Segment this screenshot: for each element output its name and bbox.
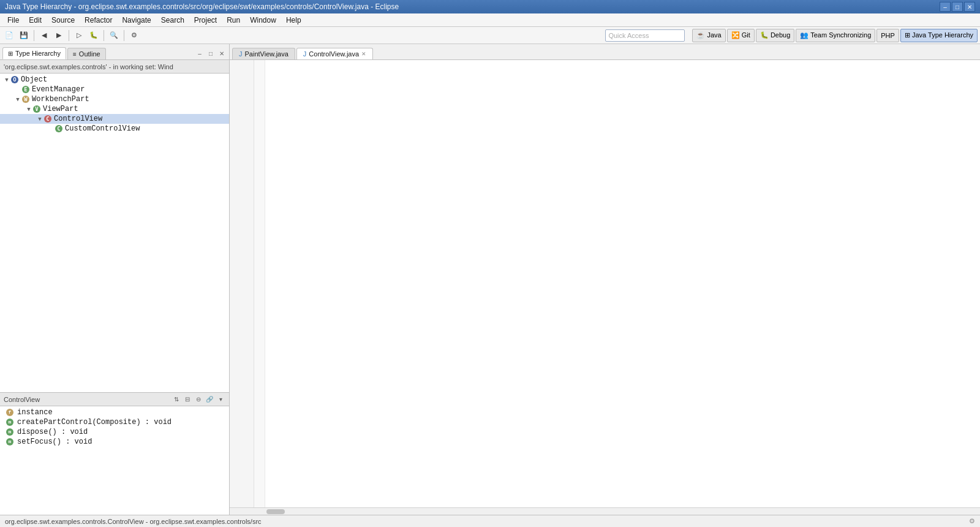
tree-label-object: Object — [21, 75, 47, 84]
menu-file[interactable]: File — [2, 15, 24, 26]
outline-item-dispose[interactable]: m dispose() : void — [0, 427, 229, 437]
viewpart-class-icon: V — [33, 105, 40, 113]
menu-refactor[interactable]: Refactor — [80, 15, 117, 26]
status-text: org.eclipse.swt.examples.controls.Contro… — [5, 518, 262, 525]
outline-tree: f instance m createPartControl(Composite… — [0, 406, 229, 515]
outline-item-instance[interactable]: f instance — [0, 408, 229, 417]
tree-item-controlview[interactable]: ▼ C ControlView — [0, 114, 229, 124]
tab-paintview[interactable]: J PaintView.java — [232, 48, 295, 59]
tree-label-viewpart: ViewPart — [43, 105, 78, 113]
menu-navigate[interactable]: Navigate — [117, 15, 156, 26]
tab-outline-label: Outline — [79, 50, 100, 58]
editor-panel: J PaintView.java J ControlView.java ✕ — [230, 44, 980, 515]
outline-actions: ⇅ ⊟ ⊖ 🔗 ▾ — [172, 395, 225, 404]
fold-gutter — [254, 60, 265, 507]
code-editor[interactable] — [230, 60, 980, 507]
setfocus-method-icon: m — [6, 438, 13, 445]
close-button[interactable]: ✕ — [964, 2, 975, 12]
tab-outline[interactable]: ≡ Outline — [67, 48, 106, 59]
tab-close-icon[interactable]: ✕ — [361, 51, 366, 57]
maximize-button[interactable]: □ — [952, 2, 963, 12]
menu-search[interactable]: Search — [156, 15, 189, 26]
build-button[interactable]: ⚙ — [127, 29, 141, 42]
object-class-icon: O — [11, 76, 18, 83]
toolbar-separator-1 — [34, 30, 34, 41]
outline-label-createpart: createPartControl(Composite) : void — [17, 418, 172, 427]
outline-link-btn[interactable]: 🔗 — [205, 395, 214, 404]
new-button[interactable]: 📄 — [2, 29, 16, 42]
menu-run[interactable]: Run — [222, 15, 245, 26]
eventmanager-class-icon: E — [22, 86, 29, 93]
tree-area: ▼ O Object E EventManager ▼ W WorkbenchP — [0, 74, 229, 392]
tree-toggle-object[interactable]: ▼ — [2, 77, 11, 83]
controlview-tab-label: ControlView.java — [309, 50, 359, 58]
outline-collapse-btn[interactable]: ⊖ — [194, 395, 203, 404]
run-button[interactable]: ▷ — [72, 29, 86, 42]
tree-label-eventmanager: EventManager — [32, 85, 85, 94]
save-button[interactable]: 💾 — [17, 29, 31, 42]
tab-type-hierarchy[interactable]: ⊞ Type Hierarchy — [2, 47, 66, 59]
close-panel-button[interactable]: ✕ — [217, 48, 227, 58]
scrollbar-thumb-h[interactable] — [266, 509, 285, 514]
createpart-method-icon: m — [6, 419, 13, 426]
left-panel: ⊞ Type Hierarchy ≡ Outline – □ ✕ 'org.ec… — [0, 44, 230, 515]
window-controls: – □ ✕ — [940, 2, 975, 12]
outline-menu-btn[interactable]: ▾ — [216, 395, 225, 404]
outline-label-setfocus: setFocus() : void — [17, 438, 92, 446]
outline-sort-btn[interactable]: ⇅ — [172, 395, 181, 404]
maximize-panel-button[interactable]: □ — [206, 48, 216, 58]
debug-button[interactable]: 🐛 — [87, 29, 100, 42]
outline-filter-btn[interactable]: ⊟ — [183, 395, 192, 404]
line-gutter — [230, 60, 254, 507]
outline-header: ControlView ⇅ ⊟ ⊖ 🔗 ▾ — [0, 393, 229, 406]
tree-toggle-controlview[interactable]: ▼ — [36, 116, 44, 122]
minimize-button[interactable]: – — [940, 2, 951, 12]
toolbar-separator-4 — [124, 30, 124, 41]
forward-button[interactable]: ▶ — [52, 29, 66, 42]
panel-actions: – □ ✕ — [195, 48, 227, 59]
menu-source[interactable]: Source — [47, 15, 80, 26]
quick-access-placeholder: Quick Access — [608, 32, 649, 39]
menu-window[interactable]: Window — [245, 15, 281, 26]
search-button[interactable]: 🔍 — [107, 29, 121, 42]
customcontrolview-class-icon: C — [55, 125, 62, 132]
perspective-php[interactable]: PHP — [876, 29, 899, 42]
tree-toggle-viewpart[interactable]: ▼ — [24, 106, 33, 112]
perspective-debug[interactable]: 🐛 Debug — [756, 29, 794, 42]
title-bar: Java Type Hierarchy - org.eclipse.swt.ex… — [0, 0, 980, 13]
perspective-team[interactable]: 👥 Team Synchronizing — [796, 29, 875, 42]
outline-tab-icon: ≡ — [73, 51, 77, 58]
paintview-tab-icon: J — [239, 50, 243, 58]
tree-item-customcontrolview[interactable]: C CustomControlView — [0, 124, 229, 134]
tree-toggle-workbenchpart[interactable]: ▼ — [13, 96, 22, 102]
perspective-type-hierarchy[interactable]: ⊞ Java Type Hierarchy — [900, 29, 978, 42]
outline-label-dispose: dispose() : void — [17, 428, 88, 436]
outline-item-createpart[interactable]: m createPartControl(Composite) : void — [0, 417, 229, 427]
minimize-panel-button[interactable]: – — [195, 48, 205, 58]
menu-edit[interactable]: Edit — [24, 15, 47, 26]
tab-controlview-editor[interactable]: J ControlView.java ✕ — [296, 48, 373, 59]
hierarchy-header-text: 'org.eclipse.swt.examples.controls' - in… — [4, 63, 173, 70]
toolbar-separator-2 — [69, 30, 69, 41]
status-bar: org.eclipse.swt.examples.controls.Contro… — [0, 515, 980, 527]
tree-item-workbenchpart[interactable]: ▼ W WorkbenchPart — [0, 94, 229, 104]
editor-scrollbar-horizontal[interactable] — [230, 507, 980, 515]
perspective-java[interactable]: ☕ Java — [692, 29, 725, 42]
tree-item-eventmanager[interactable]: E EventManager — [0, 85, 229, 94]
back-button[interactable]: ◀ — [37, 29, 51, 42]
panel-tabs: ⊞ Type Hierarchy ≡ Outline – □ ✕ — [0, 44, 229, 60]
menu-project[interactable]: Project — [189, 15, 222, 26]
hierarchy-tab-icon: ⊞ — [8, 50, 13, 57]
tree-item-object[interactable]: ▼ O Object — [0, 75, 229, 85]
code-content[interactable] — [265, 60, 980, 507]
tree-label-workbenchpart: WorkbenchPart — [32, 95, 89, 104]
quick-access-input[interactable]: Quick Access — [605, 29, 685, 42]
tree-item-viewpart[interactable]: ▼ V ViewPart — [0, 104, 229, 114]
controlview-class-icon: C — [44, 115, 51, 123]
menu-help[interactable]: Help — [281, 15, 306, 26]
outline-title: ControlView — [4, 396, 40, 403]
perspective-git[interactable]: 🔀 Git — [727, 29, 755, 42]
controlview-tab-icon: J — [303, 50, 307, 58]
paintview-tab-label: PaintView.java — [245, 50, 288, 58]
outline-item-setfocus[interactable]: m setFocus() : void — [0, 437, 229, 447]
